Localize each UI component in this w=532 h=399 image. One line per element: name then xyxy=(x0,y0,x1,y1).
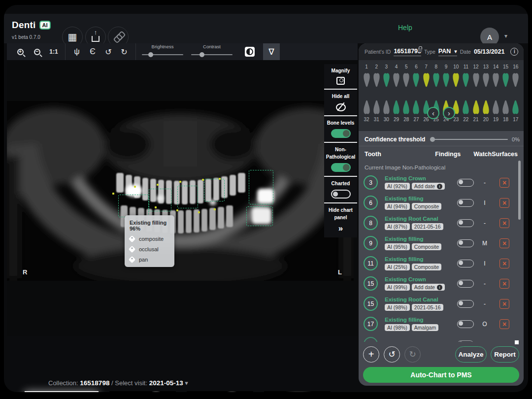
actual-size-button[interactable]: 1:1 xyxy=(46,44,61,59)
filter-button[interactable] xyxy=(263,43,280,60)
delete-finding-button[interactable] xyxy=(499,238,509,248)
flip-horizontal-button[interactable]: ψ xyxy=(69,44,84,59)
finding-tag-badge[interactable]: Amalgam xyxy=(412,324,438,331)
delete-finding-button[interactable] xyxy=(499,299,509,309)
watch-toggle[interactable] xyxy=(457,199,474,207)
info-icon[interactable] xyxy=(510,48,518,56)
chart-prev-button[interactable] xyxy=(427,107,439,119)
date-value[interactable]: 05/13/2021 xyxy=(474,48,505,55)
thumbnail[interactable]: 3, 6, 7 xyxy=(264,391,331,392)
invert-button[interactable] xyxy=(242,44,257,59)
finding-name[interactable]: Existing filling xyxy=(385,236,457,242)
undo-button[interactable] xyxy=(384,346,400,363)
rotate-cw-button[interactable]: ↻ xyxy=(117,44,132,59)
avatar-caret-icon[interactable] xyxy=(504,33,507,39)
tooth-chart-item[interactable]: 16 xyxy=(511,64,521,89)
tooth-chart-item[interactable]: 10 xyxy=(451,64,461,89)
side-tool-toggle[interactable] xyxy=(331,129,351,138)
panoramic-xray[interactable]: R L Existing filling 96% composite occlu… xyxy=(7,101,354,281)
tooth-number-badge[interactable]: 15 xyxy=(364,276,378,291)
watch-toggle[interactable] xyxy=(457,260,474,267)
tooth-chart-item[interactable]: 8 xyxy=(431,64,441,89)
side-tool[interactable]: Hide all xyxy=(324,90,357,116)
finding-name[interactable]: Existing Crown xyxy=(385,175,457,181)
tab[interactable]: Watch xyxy=(473,151,492,158)
brightness-track[interactable] xyxy=(142,54,183,55)
tooth-chart-item[interactable]: 11 xyxy=(461,64,471,89)
tooltip-tag-row[interactable]: occlusal xyxy=(130,246,169,252)
thumbnail[interactable]: PAN xyxy=(25,391,99,392)
finding-annotation-box[interactable] xyxy=(246,206,273,226)
finding-annotation-box[interactable] xyxy=(249,170,273,204)
add-finding-button[interactable] xyxy=(363,346,379,363)
redo-button[interactable] xyxy=(404,346,421,363)
tab[interactable]: Findings xyxy=(435,151,473,158)
finding-name[interactable]: Existing filling xyxy=(385,317,457,323)
tooth-chart-item[interactable]: 2 xyxy=(371,64,381,89)
watch-toggle[interactable] xyxy=(457,179,474,187)
thumbnail[interactable]: 15, 21, 20, 17 xyxy=(187,391,253,392)
thumbnail-image[interactable] xyxy=(264,391,331,392)
delete-finding-button[interactable] xyxy=(499,279,509,289)
tooth-number-badge[interactable]: 3 xyxy=(364,175,378,190)
tooth-chart-item[interactable]: 3 xyxy=(381,64,391,89)
delete-finding-button[interactable] xyxy=(499,319,509,329)
contrast-slider[interactable]: Contrast xyxy=(190,43,233,60)
tooth-number-badge[interactable]: 6 xyxy=(364,196,378,210)
finding-tag-badge[interactable]: Composite xyxy=(412,203,441,210)
delete-finding-button[interactable] xyxy=(499,198,509,208)
chart-next-button[interactable] xyxy=(443,107,455,119)
contrast-track[interactable] xyxy=(191,54,233,55)
finding-name[interactable]: Existing filling xyxy=(385,256,457,262)
patient-id-input[interactable]: 16518798 xyxy=(394,48,421,56)
visit-caret-icon[interactable] xyxy=(185,379,188,387)
tooth-chart-item[interactable]: 12 xyxy=(471,64,481,89)
tooth-chart-item[interactable]: 5 xyxy=(401,64,411,89)
flip-vertical-button[interactable]: Є xyxy=(85,44,100,59)
delete-finding-button[interactable] xyxy=(499,259,509,268)
finding-annotation-box[interactable] xyxy=(118,195,149,217)
finding-tag-badge[interactable]: Add date xyxy=(412,284,445,291)
finding-name[interactable]: Existing Crown xyxy=(385,276,457,282)
tooth-chart-item[interactable]: 14 xyxy=(491,64,500,89)
tooth-chart-item[interactable]: 15 xyxy=(501,64,511,89)
tab[interactable]: Tooth xyxy=(365,151,435,158)
watch-toggle[interactable] xyxy=(457,239,474,247)
finding-tag-badge[interactable]: 2021-05-16 xyxy=(412,304,443,311)
side-tool[interactable]: Bone levels xyxy=(324,116,357,143)
tab[interactable]: Surfaces xyxy=(492,151,518,158)
brightness-knob[interactable] xyxy=(148,52,153,57)
tooth-chart-item[interactable]: 1 xyxy=(362,64,371,89)
tooltip-tag-row[interactable]: composite xyxy=(130,236,169,242)
tooth-number-badge[interactable]: 8 xyxy=(364,216,378,230)
delete-finding-button[interactable] xyxy=(499,218,509,228)
finding-tag-badge[interactable]: Composite xyxy=(412,264,441,270)
thumbnail[interactable]: 3, 6, 29-27 xyxy=(109,391,176,392)
tooth-number-badge[interactable]: 11 xyxy=(364,256,378,270)
watch-toggle[interactable] xyxy=(457,280,474,288)
finding-tag-badge[interactable]: Composite xyxy=(412,243,441,250)
type-select[interactable]: PAN xyxy=(438,48,457,56)
side-tool[interactable]: Magnify xyxy=(324,64,357,90)
tooltip-tag-row[interactable]: pan xyxy=(130,257,169,263)
delete-finding-button[interactable] xyxy=(499,178,509,188)
brightness-slider[interactable]: Brightness xyxy=(141,43,184,60)
tooth-number-badge[interactable]: 15 xyxy=(364,297,378,311)
tooth-chart-item[interactable]: 6 xyxy=(411,64,421,89)
finding-name[interactable]: Existing filling xyxy=(385,196,457,201)
tooth-number-badge[interactable]: 9 xyxy=(364,236,378,250)
watch-toggle[interactable] xyxy=(457,219,474,227)
report-button[interactable]: Report xyxy=(491,346,519,363)
side-tool[interactable]: Hide chart panel xyxy=(324,203,357,237)
finding-annotation-box[interactable] xyxy=(149,189,171,211)
finding-name[interactable]: Existing Root Canal xyxy=(385,216,457,222)
finding-tag-badge[interactable]: Add date xyxy=(412,183,445,190)
zoom-in-button[interactable] xyxy=(13,44,28,59)
contrast-knob[interactable] xyxy=(200,52,204,57)
finding-annotation-box[interactable] xyxy=(177,186,198,208)
tooth-chart-item[interactable]: 13 xyxy=(481,64,491,89)
tooth-chart-item[interactable]: 9 xyxy=(441,64,451,89)
side-tool-toggle[interactable] xyxy=(331,190,351,199)
resize-handle[interactable] xyxy=(515,340,519,344)
help-link[interactable]: Help xyxy=(398,24,412,32)
